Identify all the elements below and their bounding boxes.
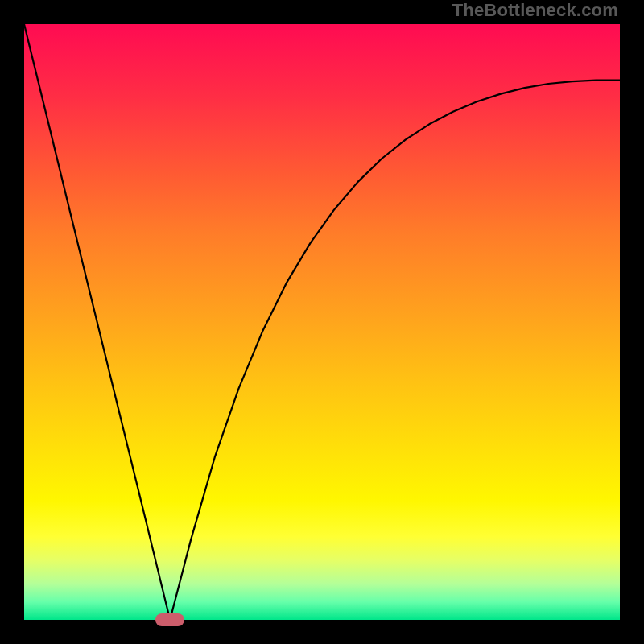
chart-frame: TheBottleneck.com xyxy=(0,0,644,644)
plot-area xyxy=(24,24,620,620)
watermark-text: TheBottleneck.com xyxy=(452,0,618,21)
bottleneck-curve xyxy=(24,24,620,620)
curve-svg xyxy=(24,24,620,620)
optimal-point-marker xyxy=(155,613,184,626)
